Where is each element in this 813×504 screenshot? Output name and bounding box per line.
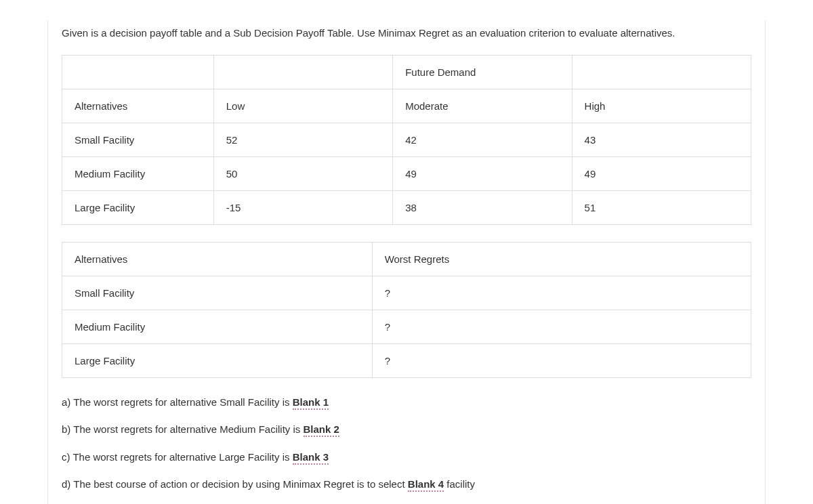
row-label: Medium Facility: [62, 156, 214, 190]
blank-3[interactable]: Blank 3: [293, 451, 329, 465]
question-a-text: a) The worst regrets for alternative Sma…: [62, 396, 293, 408]
row-label: Large Facility: [62, 343, 373, 377]
question-d-suffix: facility: [444, 478, 475, 490]
table-row: Alternatives Worst Regrets: [62, 242, 751, 276]
table-row: Small Facility ?: [62, 276, 751, 310]
regret-table: Alternatives Worst Regrets Small Facilit…: [62, 242, 751, 378]
table-row: Future Demand: [62, 55, 751, 89]
cell-value: 50: [213, 156, 392, 190]
blank-2[interactable]: Blank 2: [304, 423, 339, 437]
header-low: Low: [213, 89, 392, 123]
cell-value: ?: [372, 310, 751, 343]
table-row: Medium Facility 50 49 49: [62, 156, 751, 190]
cell-future-demand: Future Demand: [393, 55, 572, 89]
row-label: Small Facility: [62, 123, 214, 156]
cell-value: ?: [372, 276, 751, 310]
question-c: c) The worst regrets for alternative Lar…: [62, 450, 751, 465]
cell-value: -15: [213, 190, 392, 224]
question-container: Given is a decision payoff table and a S…: [47, 20, 766, 504]
cell-value: 49: [393, 156, 572, 190]
header-alternatives: Alternatives: [62, 89, 214, 123]
payoff-table: Future Demand Alternatives Low Moderate …: [62, 55, 751, 225]
question-b-text: b) The worst regrets for alternative Med…: [62, 423, 304, 435]
cell-value: 42: [393, 123, 572, 156]
cell-empty: [62, 55, 214, 89]
table-row: Large Facility ?: [62, 343, 751, 377]
header-high: High: [572, 89, 751, 123]
table-row: Small Facility 52 42 43: [62, 123, 751, 156]
table-row: Medium Facility ?: [62, 310, 751, 343]
row-label: Large Facility: [62, 190, 214, 224]
blank-1[interactable]: Blank 1: [293, 396, 329, 410]
table-row: Alternatives Low Moderate High: [62, 89, 751, 123]
table-row: Large Facility -15 38 51: [62, 190, 751, 224]
header-alternatives: Alternatives: [62, 242, 373, 276]
cell-value: 38: [393, 190, 572, 224]
question-d-text: d) The best course of action or decision…: [62, 478, 408, 490]
cell-value: 51: [572, 190, 751, 224]
question-list: a) The worst regrets for alternative Sma…: [48, 395, 765, 492]
cell-value: 43: [572, 123, 751, 156]
row-label: Medium Facility: [62, 310, 373, 343]
intro-text: Given is a decision payoff table and a S…: [48, 20, 765, 55]
cell-value: 49: [572, 156, 751, 190]
header-worst-regrets: Worst Regrets: [372, 242, 751, 276]
question-a: a) The worst regrets for alternative Sma…: [62, 395, 751, 411]
cell-value: ?: [372, 343, 751, 377]
cell-empty: [213, 55, 392, 89]
header-moderate: Moderate: [393, 89, 572, 123]
cell-empty: [572, 55, 751, 89]
blank-4[interactable]: Blank 4: [408, 478, 444, 492]
question-b: b) The worst regrets for alternative Med…: [62, 422, 751, 438]
question-d: d) The best course of action or decision…: [62, 477, 751, 492]
row-label: Small Facility: [62, 276, 373, 310]
cell-value: 52: [213, 123, 392, 156]
question-c-text: c) The worst regrets for alternative Lar…: [62, 451, 293, 463]
